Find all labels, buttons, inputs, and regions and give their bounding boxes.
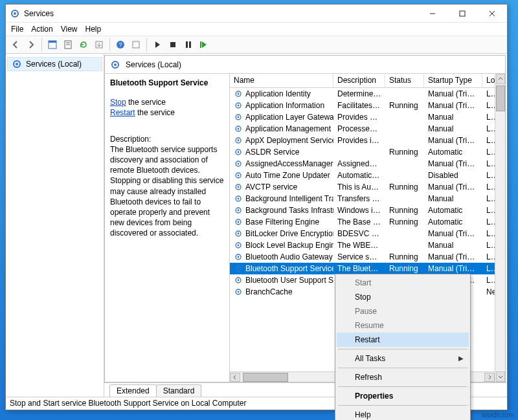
- service-row[interactable]: ASLDR ServiceRunningAutomaticLoc: [230, 146, 495, 158]
- stop-service-button[interactable]: [166, 38, 180, 52]
- service-row[interactable]: Application Layer Gateway S...Provides s…: [230, 111, 495, 123]
- svg-point-24: [238, 93, 240, 95]
- maximize-button[interactable]: [447, 5, 477, 23]
- service-row[interactable]: Application IdentityDetermines ...Manual…: [230, 88, 495, 100]
- restart-service-link[interactable]: Restart: [110, 108, 135, 117]
- service-row[interactable]: Background Tasks Infrastruc...Windows in…: [230, 204, 495, 216]
- service-logon: Loc: [482, 89, 495, 98]
- service-row[interactable]: BitLocker Drive Encryption S...BDESVC ho…: [230, 228, 495, 239]
- context-menu-item: Pause: [337, 304, 469, 318]
- service-name: BranchCache: [245, 287, 293, 296]
- content-header-title: Services (Local): [126, 60, 181, 69]
- tab-standard[interactable]: Standard: [156, 384, 202, 397]
- service-row[interactable]: Bluetooth Support ServiceThe Bluetoo...R…: [230, 263, 495, 274]
- service-startup: Manual (Trigg...: [424, 252, 482, 261]
- svg-rect-18: [200, 41, 201, 48]
- forward-button[interactable]: [24, 38, 38, 52]
- service-row[interactable]: Block Level Backup Engine S...The WBENGI…: [230, 239, 495, 251]
- svg-rect-3: [460, 11, 465, 16]
- hscroll-thumb[interactable]: [243, 373, 288, 382]
- service-row[interactable]: AVCTP serviceThis is Audio...RunningManu…: [230, 181, 495, 193]
- scroll-down-button[interactable]: [496, 371, 505, 382]
- service-row[interactable]: Base Filtering EngineThe Base Filt...Run…: [230, 216, 495, 228]
- svg-point-28: [238, 116, 240, 118]
- export-button[interactable]: [92, 38, 106, 52]
- service-startup: Automatic: [424, 217, 482, 227]
- service-name: Application Information: [245, 101, 324, 110]
- service-row[interactable]: AppX Deployment Service (A...Provides in…: [230, 135, 495, 146]
- service-row[interactable]: AssignedAccessManager Ser...AssignedAcc.…: [230, 158, 495, 170]
- service-name: AVCTP service: [245, 182, 297, 192]
- svg-point-52: [238, 256, 240, 258]
- context-menu-item[interactable]: Stop: [337, 290, 469, 304]
- svg-rect-17: [189, 41, 191, 48]
- svg-point-56: [238, 280, 240, 282]
- service-logon: Loc: [482, 113, 495, 122]
- scroll-right-button[interactable]: [484, 373, 495, 382]
- stop-service-link[interactable]: Stop: [110, 98, 126, 107]
- service-logon: Loc: [482, 182, 495, 192]
- svg-point-22: [114, 63, 117, 66]
- service-gear-icon: [234, 229, 243, 238]
- service-name: Background Intelligent Tran...: [245, 194, 333, 203]
- service-status: Running: [385, 182, 424, 192]
- service-startup: Manual: [424, 194, 482, 203]
- svg-point-58: [238, 291, 240, 293]
- pause-service-button[interactable]: [181, 38, 196, 52]
- service-gear-icon: [234, 171, 243, 180]
- properties-button[interactable]: [45, 38, 60, 52]
- service-row[interactable]: Auto Time Zone UpdaterAutomaticall...Dis…: [230, 170, 495, 181]
- svg-point-30: [238, 128, 240, 130]
- scroll-up-button[interactable]: [496, 74, 505, 84]
- col-name[interactable]: Name: [230, 74, 333, 87]
- service-gear-icon: [234, 241, 243, 250]
- service-name: AssignedAccessManager Ser...: [245, 159, 333, 168]
- col-status[interactable]: Status: [385, 74, 424, 87]
- svg-point-50: [238, 245, 240, 247]
- service-name: Auto Time Zone Updater: [245, 171, 330, 180]
- service-row[interactable]: Bluetooth Audio Gateway Ser...Service su…: [230, 251, 495, 263]
- context-menu-item[interactable]: Help: [337, 408, 469, 420]
- menu-help[interactable]: Help: [85, 25, 102, 34]
- help-button[interactable]: ?: [113, 38, 128, 52]
- service-row[interactable]: Background Intelligent Tran...Transfers …: [230, 193, 495, 204]
- vertical-scrollbar[interactable]: [495, 74, 505, 382]
- context-menu-item[interactable]: Refresh: [337, 370, 469, 384]
- menu-action[interactable]: Action: [31, 25, 52, 34]
- context-menu-item[interactable]: All Tasks▶: [337, 351, 469, 366]
- svg-point-26: [238, 105, 240, 107]
- description-label: Description:: [110, 134, 224, 144]
- service-name: AppX Deployment Service (A...: [245, 136, 333, 145]
- restart-service-button[interactable]: [197, 38, 211, 52]
- service-status: Running: [385, 206, 424, 215]
- service-gear-icon: [234, 287, 243, 296]
- menu-file[interactable]: File: [11, 25, 23, 34]
- toolbar: ?: [6, 36, 507, 54]
- service-desc: The Base Filt...: [333, 217, 385, 227]
- services-icon: [10, 8, 20, 19]
- col-description[interactable]: Description: [333, 74, 385, 87]
- service-name: Background Tasks Infrastruc...: [245, 206, 333, 215]
- close-button[interactable]: [477, 5, 507, 23]
- services-icon: [12, 59, 22, 69]
- vscroll-thumb[interactable]: [496, 85, 505, 111]
- toolbar-button[interactable]: [129, 38, 143, 52]
- service-row[interactable]: Application InformationFacilitates th...…: [230, 100, 495, 111]
- tab-extended[interactable]: Extended: [109, 384, 157, 397]
- scroll-left-button[interactable]: [230, 373, 240, 382]
- menu-view[interactable]: View: [61, 25, 78, 34]
- selected-service-name: Bluetooth Support Service: [110, 78, 224, 88]
- service-logon: Loc: [482, 159, 495, 168]
- refresh-button[interactable]: [76, 38, 91, 52]
- minimize-button[interactable]: [418, 5, 447, 23]
- nav-pane: Services (Local): [6, 54, 104, 397]
- back-button[interactable]: [8, 38, 23, 52]
- export-list-button[interactable]: [61, 38, 75, 52]
- col-startup-type[interactable]: Startup Type: [424, 74, 482, 87]
- nav-item-services-local[interactable]: Services (Local): [7, 57, 102, 71]
- context-menu-item[interactable]: Restart: [337, 333, 469, 347]
- start-service-button[interactable]: [150, 38, 164, 52]
- context-menu-item: Start: [337, 276, 469, 290]
- service-row[interactable]: Application ManagementProcesses in...Man…: [230, 123, 495, 135]
- context-menu-item[interactable]: Properties: [337, 389, 469, 403]
